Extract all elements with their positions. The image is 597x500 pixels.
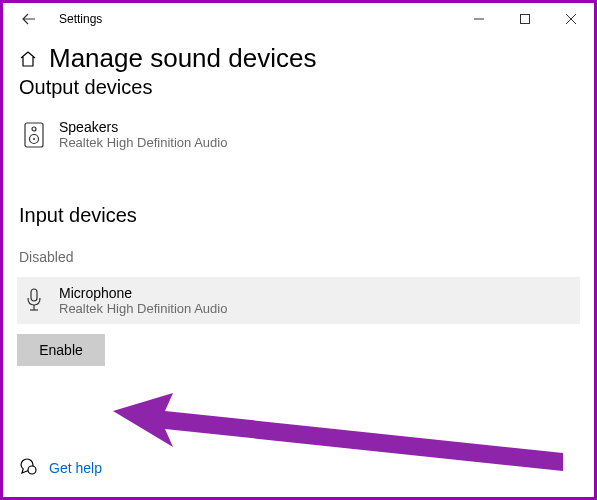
home-icon-svg [19,50,37,68]
input-devices-heading: Input devices [3,162,594,235]
input-device-sub: Realtek High Definition Audio [59,301,227,316]
svg-point-11 [28,466,36,474]
window-title: Settings [59,12,102,26]
close-icon [566,14,576,24]
svg-rect-1 [521,15,530,24]
output-device-name: Speakers [59,119,227,135]
back-button[interactable] [15,5,43,33]
svg-point-7 [33,138,35,140]
microphone-icon [23,288,45,314]
titlebar: Settings [3,3,594,35]
minimize-button[interactable] [456,3,502,35]
output-device-sub: Realtek High Definition Audio [59,135,227,150]
minimize-icon [474,14,484,24]
input-device-name: Microphone [59,285,227,301]
speaker-icon [23,122,45,148]
disabled-status-label: Disabled [3,235,594,273]
output-devices-heading: Output devices [3,74,594,107]
window-controls [456,3,594,35]
svg-marker-12 [113,393,563,471]
enable-button[interactable]: Enable [17,334,105,366]
input-device-item[interactable]: Microphone Realtek High Definition Audio [17,277,580,324]
close-button[interactable] [548,3,594,35]
output-device-text: Speakers Realtek High Definition Audio [59,119,227,150]
output-device-item[interactable]: Speakers Realtek High Definition Audio [17,111,580,158]
svg-point-5 [32,127,36,131]
back-arrow-icon [22,12,36,26]
annotation-arrow [113,393,573,493]
get-help-link[interactable]: Get help [49,460,102,476]
page-title: Manage sound devices [49,43,316,74]
input-device-text: Microphone Realtek High Definition Audio [59,285,227,316]
svg-rect-8 [31,289,37,301]
help-bubble-icon [19,457,37,479]
maximize-button[interactable] [502,3,548,35]
maximize-icon [520,14,530,24]
home-icon[interactable] [19,50,37,68]
help-row: Get help [19,457,102,479]
page-header: Manage sound devices [3,35,594,74]
